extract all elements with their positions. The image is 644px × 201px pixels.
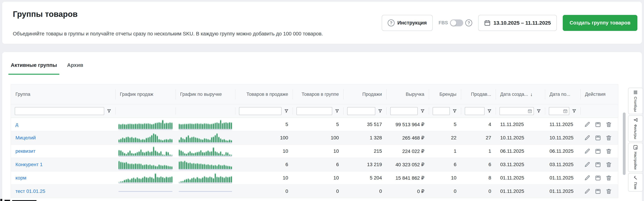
filter-date-created	[496, 104, 545, 118]
create-group-button[interactable]: Создать группу товаров	[563, 15, 638, 31]
col-header-date-to[interactable]: Дата по...	[545, 84, 580, 104]
revenue-sparkline	[179, 132, 232, 143]
brands-filter-input[interactable]	[433, 107, 450, 115]
settings-icon	[633, 145, 638, 150]
header-card: Группы товаров Объединяйте товары в груп…	[2, 2, 642, 44]
main-card: Активные группы Архив Группа График прод…	[2, 52, 642, 201]
side-tab-settings[interactable]: Настройки	[628, 143, 643, 172]
tab-active-groups[interactable]: Активные группы	[11, 62, 57, 75]
products-in-group-cell: 5	[293, 118, 343, 131]
col-header-sellers[interactable]: Продав...	[461, 84, 496, 104]
col-header-revenue[interactable]: Выручка	[386, 84, 429, 104]
sales-filter-input[interactable]	[347, 107, 375, 115]
archive-icon[interactable]	[595, 161, 601, 168]
sellers-filter-input[interactable]	[465, 107, 484, 115]
products-in-group-filter-input[interactable]	[296, 107, 332, 115]
funnel-icon[interactable]	[536, 109, 541, 114]
funnel-icon[interactable]	[572, 109, 576, 114]
group-link[interactable]: корм	[16, 175, 26, 181]
side-tab-filters[interactable]: Фильтры	[628, 115, 643, 142]
sales-cell: 0	[343, 185, 386, 198]
col-header-date-created[interactable]: Дата созда... ↓	[496, 84, 545, 104]
col-header-brands[interactable]: Бренды	[429, 84, 461, 104]
col-header-products-on-sale[interactable]: Товаров в продаже	[235, 84, 293, 104]
archive-icon[interactable]	[595, 134, 601, 141]
products-on-sale-filter-input[interactable]	[239, 107, 282, 115]
edit-icon[interactable]	[584, 121, 590, 128]
products-on-sale-cell: 5	[235, 118, 293, 131]
page-title: Группы товаров	[13, 9, 78, 19]
edit-icon[interactable]	[584, 134, 590, 141]
instruction-label: Инструкция	[398, 20, 427, 26]
delete-icon[interactable]	[606, 188, 612, 194]
funnel-icon[interactable]	[335, 109, 340, 114]
sales-sparkline	[118, 172, 172, 184]
products-on-sale-cell: 0	[235, 185, 293, 198]
vertical-scrollbar-thumb[interactable]	[623, 112, 626, 175]
col-header-group[interactable]: Группа	[11, 84, 115, 104]
group-link[interactable]: тест 01.01.25	[16, 188, 45, 194]
date-created-label: Дата созда...	[500, 92, 528, 97]
side-tab-help[interactable]: Пом	[628, 173, 643, 192]
fbs-question-icon[interactable]: ?	[465, 20, 472, 26]
sales-sparkline-cell	[115, 118, 176, 131]
sales-sparkline-cell	[115, 171, 176, 184]
delete-icon[interactable]	[606, 121, 612, 128]
group-name-cell: Конкурент 1	[11, 158, 115, 171]
group-link[interactable]: Мицелий	[16, 135, 36, 140]
delete-icon[interactable]	[606, 134, 612, 141]
edit-icon[interactable]	[584, 174, 590, 181]
funnel-icon[interactable]	[284, 109, 289, 114]
actions-cell	[580, 118, 618, 131]
sellers-cell: 0	[461, 185, 496, 198]
date-range-picker[interactable]: 13.10.2025 – 11.11.2025	[478, 15, 557, 31]
sellers-cell: 8	[461, 171, 496, 184]
funnel-icon[interactable]	[378, 109, 382, 114]
tab-archive[interactable]: Архив	[67, 62, 83, 75]
group-name-cell: корм	[11, 171, 115, 184]
cutoff-fragment	[12, 200, 36, 201]
calendar-check-icon	[528, 109, 532, 113]
col-header-sales-chart[interactable]: График продаж	[115, 84, 176, 104]
col-header-sales[interactable]: Продажи	[343, 84, 386, 104]
archive-icon[interactable]	[595, 174, 601, 181]
header-toolbar: ? Инструкция FBS ? 13.10.2025 – 11.11.20…	[382, 2, 638, 44]
group-link[interactable]: Конкурент 1	[16, 162, 42, 167]
side-tab-columns[interactable]: Столбцы	[628, 88, 643, 114]
group-filter-input[interactable]	[15, 107, 104, 115]
instruction-button[interactable]: ? Инструкция	[382, 15, 433, 31]
delete-icon[interactable]	[606, 148, 612, 154]
side-tab-label: Столбцы	[634, 97, 638, 112]
fbs-toggle[interactable]	[450, 20, 463, 26]
chart-baseline	[118, 170, 172, 170]
revenue-sparkline	[179, 172, 232, 184]
cutoff-fragment	[4, 200, 10, 201]
filter-actions-empty	[580, 104, 618, 118]
funnel-icon[interactable]	[487, 109, 492, 114]
sales-sparkline	[118, 146, 172, 157]
edit-icon[interactable]	[584, 161, 590, 168]
sellers-cell: 1	[461, 144, 496, 158]
col-header-products-in-group[interactable]: Товаров в группе	[293, 84, 343, 104]
revenue-filter-input[interactable]	[390, 107, 418, 115]
revenue-cell: 99 513 964 ₽	[386, 118, 429, 131]
filter-products-on-sale	[235, 104, 293, 118]
group-link[interactable]: д	[16, 122, 18, 127]
funnel-icon[interactable]	[107, 109, 112, 114]
archive-icon[interactable]	[595, 148, 601, 154]
delete-icon[interactable]	[606, 174, 612, 181]
funnel-icon[interactable]	[452, 109, 457, 114]
delete-icon[interactable]	[606, 161, 612, 168]
group-link[interactable]: реквизит	[16, 148, 36, 154]
archive-icon[interactable]	[595, 188, 601, 194]
table-body: д5535 51799 513 964 ₽5411.11.202511.11.2…	[11, 118, 618, 198]
brands-cell: 6	[429, 158, 461, 171]
funnel-icon[interactable]	[420, 109, 425, 114]
date-to-cell: 01.11.2025	[545, 185, 580, 198]
archive-icon[interactable]	[595, 121, 601, 128]
revenue-sparkline	[179, 119, 232, 130]
edit-icon[interactable]	[584, 148, 590, 154]
actions-cell	[580, 131, 618, 144]
col-header-revenue-chart[interactable]: График по выручке	[176, 84, 235, 104]
edit-icon[interactable]	[584, 188, 590, 194]
